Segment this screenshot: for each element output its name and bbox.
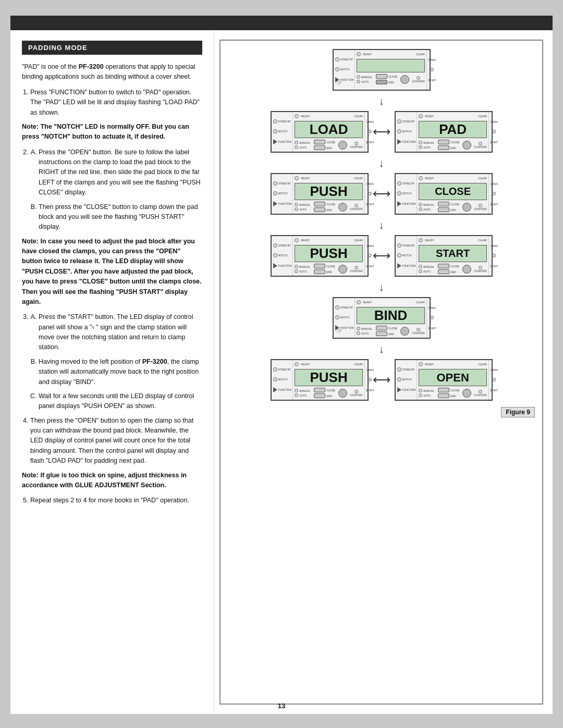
close-btn-label: CLOSE [388, 75, 397, 78]
sb-text: STAND BY [278, 120, 291, 123]
lower-controls: MANUAL AUTO [357, 74, 425, 84]
push2-display: PUSH [295, 245, 363, 262]
arrow-down-5: ↓ [228, 343, 535, 355]
steps-list-4: Then press the "OPEN" button to open the… [22, 416, 202, 466]
manual-row: MANUAL [357, 75, 372, 79]
panel-push1: STAND BY NOTCH FUNCTION [271, 173, 369, 215]
arrow-down-1: ↓ [228, 95, 535, 107]
left-column: PADDING MODE "PAD" is one of the PF-3200… [10, 30, 214, 714]
fn-row: FUNCTION [273, 139, 292, 144]
step-5: Repeat steps 2 to 4 for more books in "P… [30, 496, 202, 505]
intro-text: "PAD" is one of the PF-3200 operations t… [22, 62, 202, 82]
standby-label: STAND BY [340, 58, 353, 61]
auto-label: AUTO [361, 80, 369, 83]
manual-led [357, 75, 360, 79]
arrow-down-3: ↓ [228, 219, 535, 231]
push1-display: PUSH [295, 183, 363, 200]
section-title: PADDING MODE [22, 41, 202, 55]
main-display-initial [357, 59, 425, 72]
top-bar [10, 16, 553, 30]
load-right: OPEN START [364, 112, 375, 152]
manual-label: MANUAL [361, 76, 372, 79]
end-btn-row: END [376, 80, 397, 84]
steps-list-5: Repeat steps 2 to 4 for more books in "P… [22, 496, 202, 505]
pad-display: PAD [419, 121, 487, 138]
panel-initial: STAND BY NOTCH FUNCTION [333, 49, 431, 91]
figure-label: Figure 9 [501, 407, 535, 417]
note-2: Note: In case you need to adjust the pad… [22, 237, 202, 307]
panel-open: STAND BY NOTCH FUNCTION [395, 359, 493, 401]
fn-triangle [273, 139, 277, 144]
down-arrow-icon-3: ↓ [379, 219, 384, 231]
down-arrow-icon-5: ↓ [379, 343, 384, 355]
bind-display: BIND [357, 307, 425, 324]
step-2a: Press the "OPEN" button. Be sure to foll… [39, 147, 202, 198]
nt-row: NOTCH [273, 129, 292, 133]
panel-close: STAND BY NOTCH FUNCTION [395, 173, 493, 215]
panel-push3: STAND BY NOTCH FUNCTION [271, 359, 369, 401]
step-1: Press "FUNCTION" button to switch to "PA… [30, 88, 202, 118]
page: PADDING MODE "PAD" is one of the PF-3200… [10, 16, 553, 714]
notch-label: NOTCH [340, 68, 350, 71]
counter-led [417, 76, 420, 80]
bind-finger-icon: ☞ [337, 327, 342, 335]
notch-row: NOTCH [335, 67, 354, 71]
diagrams-wrapper: STAND BY NOTCH FUNCTION [219, 40, 543, 705]
step-4: Then press the "OPEN" button to open the… [30, 416, 202, 466]
notch-led [335, 67, 339, 71]
down-arrow-icon-4: ↓ [379, 281, 384, 293]
clear-label: CLEAR [416, 53, 425, 56]
fn-text: FUNCTION [278, 140, 292, 143]
step-2b: Then press the "CLOSE" button to clamp d… [39, 202, 202, 232]
row-push-start: STAND BY NOTCH FUNCTION [228, 235, 535, 277]
down-arrow-icon-2: ↓ [379, 157, 384, 169]
sb-row: STAND BY [273, 119, 292, 124]
end-label: END [388, 81, 394, 84]
step-3a: Press the "START" button. The LED displa… [39, 312, 202, 353]
step-3b: Having moved to the left position of PF-… [39, 357, 202, 387]
sb-led [273, 119, 277, 124]
panel-load-left: STAND BY NOTCH FUNCTION [272, 112, 293, 152]
arrow-down-4: ↓ [228, 281, 535, 293]
open-display: OPEN [419, 369, 487, 386]
step-2: Press the "OPEN" button. Be sure to foll… [30, 147, 202, 232]
auto-led [357, 80, 360, 83]
note-3: Note: If glue is too thick on spine, adj… [22, 471, 202, 491]
ready-label: READY [363, 53, 372, 56]
row-push-open: STAND BY NOTCH FUNCTION [228, 359, 535, 401]
step-3-sub: Press the "START" button. The LED displa… [30, 312, 202, 411]
row-bind: STAND BY NOTCH FUNCTION [228, 297, 535, 339]
content-area: PADDING MODE "PAD" is one of the PF-3200… [10, 30, 553, 714]
steps-list-3: Press the "START" button. The LED displa… [22, 312, 202, 411]
close-btn[interactable] [376, 74, 387, 79]
standby-row: STAND BY [335, 57, 354, 61]
row-push-close: STAND BY NOTCH FUNCTION [228, 173, 535, 215]
ready-led [357, 52, 361, 56]
main-knob[interactable] [400, 75, 409, 84]
nt-led [273, 129, 277, 133]
arrow-down-2: ↓ [228, 157, 535, 169]
standby-led [335, 57, 339, 61]
step-3: Press the "START" button. The LED displa… [30, 312, 202, 411]
load-center: READY CLEAR LOAD MANUAL [293, 112, 364, 152]
panel-right: OPEN START [426, 50, 437, 90]
steps-list: Press "FUNCTION" button to switch to "PA… [22, 88, 202, 118]
step-2-sub: Press the "OPEN" button. Be sure to foll… [30, 147, 202, 232]
note-1: Note: The "NOTCH" LED is normally OFF. B… [22, 122, 202, 142]
push3-display: PUSH [295, 369, 363, 386]
rdy-led [295, 114, 299, 118]
open-btn[interactable] [430, 68, 434, 71]
panel-load: STAND BY NOTCH FUNCTION [271, 111, 369, 153]
close-btn-row: CLOSE [376, 74, 397, 79]
auto-row: AUTO [357, 80, 372, 83]
row-initial: STAND BY NOTCH FUNCTION [228, 49, 535, 91]
steps-list-2: Press the "OPEN" button. Be sure to foll… [22, 147, 202, 232]
close-display: CLOSE [419, 183, 487, 200]
panel-center: READY CLEAR MANUAL [355, 50, 426, 90]
page-number: 13 [278, 702, 285, 710]
end-btn[interactable] [376, 80, 387, 84]
start-display: START [419, 245, 487, 262]
start-label: START [428, 79, 436, 82]
panel-start: STAND BY NOTCH FUNCTION [395, 235, 493, 277]
row-load-pad: STAND BY NOTCH FUNCTION [228, 111, 535, 153]
